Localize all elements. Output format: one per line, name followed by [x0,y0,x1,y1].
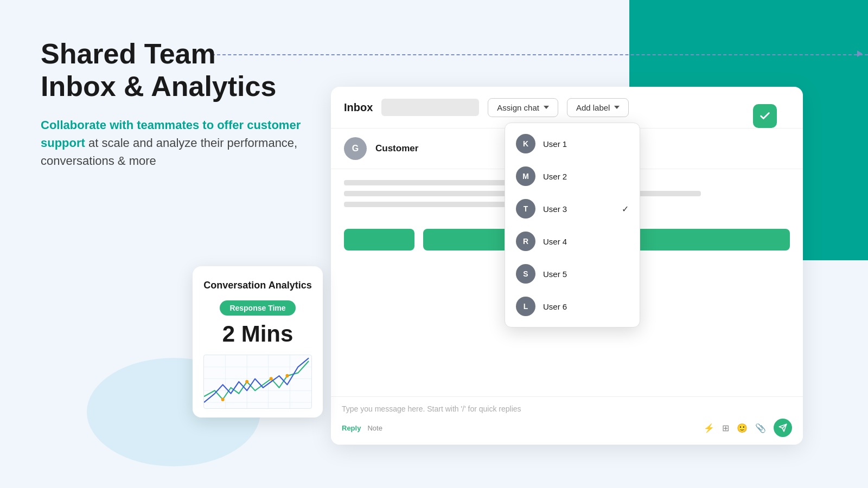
analytics-chart [203,355,312,409]
svg-point-9 [245,380,248,384]
dropdown-item-user4[interactable]: R User 4 [505,225,640,258]
lightning-icon[interactable]: ⚡ [704,423,714,433]
message-toolbar: Reply Note ⚡ ⊞ 🙂 📎 [342,419,792,437]
dropdown-item-user5[interactable]: S User 5 [505,258,640,290]
user6-name: User 6 [543,302,629,311]
assign-chat-chevron-icon [544,106,549,109]
svg-point-8 [221,397,225,401]
add-label-text: Add label [576,103,610,112]
svg-point-11 [285,374,289,378]
customer-avatar: G [344,137,367,160]
emoji-icon[interactable]: 🙂 [737,423,748,433]
analytics-card-title: Conversation Analytics [203,279,312,292]
add-label-chevron-icon [614,106,620,109]
user5-name: User 5 [543,269,629,279]
user4-name: User 4 [543,237,629,246]
hero-subtitle: Collaborate with teammates to offer cust… [41,116,323,170]
response-badge: Response Time [220,300,295,316]
reply-tab[interactable]: Reply [342,424,361,432]
action-button-1[interactable] [344,229,414,251]
assign-chat-button[interactable]: Assign chat [488,98,558,117]
arrow-right-icon [857,50,863,57]
search-bar[interactable] [381,99,479,116]
dropdown-item-user2[interactable]: M User 2 [505,160,640,192]
send-button[interactable] [774,419,792,437]
inbox-label: Inbox [344,101,373,114]
customer-name: Customer [375,143,418,154]
user5-avatar: S [516,264,535,284]
message-input-area: Type you message here. Start with '/' fo… [331,396,803,445]
chat-panel: Inbox Assign chat Add label G Customer [331,87,803,445]
analytics-card: Conversation Analytics Response Time 2 M… [193,266,323,418]
message-input-placeholder[interactable]: Type you message here. Start with '/' fo… [342,404,792,413]
user1-name: User 1 [543,139,629,149]
user3-avatar: T [516,199,535,219]
toolbar-icons: ⚡ ⊞ 🙂 📎 [704,419,792,437]
check-button[interactable] [753,104,777,128]
add-label-button[interactable]: Add label [567,98,629,117]
user2-avatar: M [516,166,535,186]
grid-icon[interactable]: ⊞ [722,423,729,433]
user1-avatar: K [516,134,535,153]
user3-name: User 3 [543,204,614,214]
dropdown-item-user6[interactable]: L User 6 [505,290,640,323]
response-time-value: 2 Mins [203,321,312,347]
user4-avatar: R [516,232,535,251]
hero-section: Shared Team Inbox & Analytics Collaborat… [41,38,323,170]
assign-chat-label: Assign chat [497,103,539,112]
svg-point-10 [270,377,273,381]
dropdown-item-user3[interactable]: T User 3 ✓ [505,192,640,225]
note-tab[interactable]: Note [367,424,382,432]
user2-name: User 2 [543,172,629,181]
page-title: Shared Team Inbox & Analytics [41,38,323,103]
user3-selected-icon: ✓ [622,204,629,214]
assign-chat-dropdown: K User 1 M User 2 T User 3 ✓ R User 4 S … [505,123,640,328]
attachment-icon[interactable]: 📎 [755,423,766,433]
dropdown-item-user1[interactable]: K User 1 [505,127,640,160]
user6-avatar: L [516,297,535,316]
